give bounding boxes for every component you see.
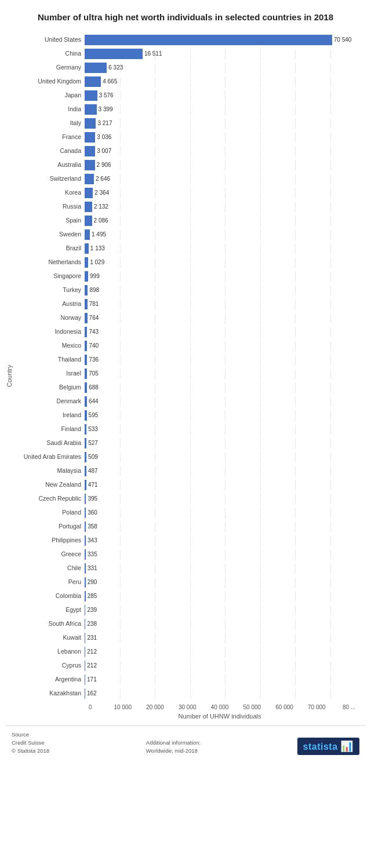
bar-fill [85, 216, 92, 226]
bar-track: 2 086 [85, 216, 365, 226]
bar-track: 781 [85, 299, 365, 309]
bar-label: Greece [16, 550, 85, 558]
bar-value: 781 [89, 299, 99, 309]
bar-row: Israel705 [16, 367, 365, 380]
bar-label: Indonesia [16, 328, 85, 335]
bar-fill [85, 313, 88, 323]
bar-label: Poland [16, 509, 85, 516]
source-label: Source [12, 731, 29, 738]
bar-track: 335 [85, 549, 365, 560]
bar-row: Greece335 [16, 548, 365, 561]
bar-label: Egypt [16, 606, 85, 614]
bar-value: 736 [89, 355, 99, 365]
footer: Source Credit Suisse © Statista 2018 Add… [6, 725, 365, 760]
bar-row: Colombia285 [16, 590, 365, 603]
chart-title: Number of ultra high net worth individua… [6, 12, 365, 23]
bar-label: United States [16, 36, 85, 43]
bar-row: Argentina171 [16, 673, 365, 686]
bar-value: 1 495 [92, 229, 106, 240]
bar-track: 358 [85, 521, 365, 532]
x-tick: 10 000 [107, 704, 139, 710]
bar-row: United States70 540 [16, 34, 365, 46]
bar-fill [85, 35, 332, 45]
bar-track: 533 [85, 424, 365, 435]
bar-label: Lebanon [16, 648, 85, 655]
x-tick: 40 000 [203, 704, 236, 710]
bars-section: United States70 540China16 511Germany6 3… [16, 34, 365, 701]
x-tick: 80 ... [333, 704, 365, 710]
bar-track: 331 [85, 563, 365, 574]
bar-track: 3 217 [85, 118, 365, 129]
bar-row: Canada3 007 [16, 145, 365, 158]
bar-row: India3 399 [16, 103, 365, 116]
bar-track: 360 [85, 508, 365, 518]
bar-track: 290 [85, 577, 365, 588]
bar-track: 1 133 [85, 243, 365, 254]
bar-value: 239 [87, 605, 97, 615]
bar-row: Chile331 [16, 562, 365, 575]
bar-fill [85, 549, 86, 560]
bar-label: Saudi Arabia [16, 439, 85, 447]
bar-label: Switzerland [16, 175, 85, 183]
x-tick: 60 000 [268, 704, 301, 710]
bar-track: 3 576 [85, 90, 365, 101]
bar-value: 2 646 [96, 174, 110, 184]
bar-label: New Zealand [16, 481, 85, 488]
bar-row: Norway764 [16, 312, 365, 324]
bar-value: 3 007 [97, 146, 111, 156]
bar-label: United Kingdom [16, 78, 85, 85]
bar-fill [85, 76, 101, 87]
bar-fill [85, 396, 87, 407]
bar-fill [85, 591, 86, 601]
bar-value: 688 [89, 382, 99, 393]
bar-row: Ireland595 [16, 409, 365, 422]
y-axis-label: Country [6, 34, 16, 701]
bar-track: 487 [85, 466, 365, 476]
bar-label: Turkey [16, 286, 85, 294]
bar-track: 740 [85, 341, 365, 351]
bar-row: United Arab Emirates509 [16, 451, 365, 464]
bar-row: Philippines343 [16, 534, 365, 547]
bar-row: Indonesia743 [16, 326, 365, 338]
bar-value: 4 665 [103, 76, 117, 87]
bar-row: Denmark644 [16, 395, 365, 408]
bar-fill [85, 577, 86, 588]
bar-track: 1 029 [85, 257, 365, 268]
bar-value: 527 [88, 438, 98, 448]
x-axis-label: Number of UHNW individuals [74, 713, 365, 720]
bar-label: Colombia [16, 592, 85, 600]
bar-fill [85, 49, 143, 59]
bar-value: 3 217 [97, 118, 112, 129]
bar-value: 16 511 [144, 49, 162, 59]
bar-fill [85, 480, 86, 490]
bar-label: China [16, 50, 85, 57]
bar-fill [85, 521, 86, 532]
chart-container: Number of ultra high net worth individua… [0, 0, 371, 765]
bar-label: Canada [16, 147, 85, 155]
bar-track: 644 [85, 396, 365, 407]
bar-label: Philippines [16, 537, 85, 544]
bar-label: Austria [16, 300, 85, 308]
bar-track: 2 646 [85, 174, 365, 184]
bar-value: 999 [90, 271, 100, 282]
bar-row: China16 511 [16, 48, 365, 60]
footer-right: statista 📊 [297, 738, 359, 755]
bar-track: 3 007 [85, 146, 365, 156]
bar-fill [85, 661, 85, 671]
bar-fill [85, 508, 86, 518]
bar-track: 395 [85, 494, 365, 504]
bar-track: 2 364 [85, 188, 365, 198]
x-tick: 20 000 [139, 704, 172, 710]
bar-value: 743 [89, 327, 99, 337]
bar-row: France3 036 [16, 131, 365, 144]
bar-value: 487 [88, 466, 98, 476]
bar-track: 1 495 [85, 229, 365, 240]
bar-value: 358 [88, 521, 97, 532]
bar-value: 2 906 [97, 160, 111, 170]
bar-label: Netherlands [16, 258, 85, 266]
bar-row: Peru290 [16, 576, 365, 589]
bar-track: 2 132 [85, 202, 365, 212]
x-tick: 0 [74, 704, 107, 710]
bar-value: 595 [89, 410, 99, 421]
bar-label: Brazil [16, 245, 85, 252]
